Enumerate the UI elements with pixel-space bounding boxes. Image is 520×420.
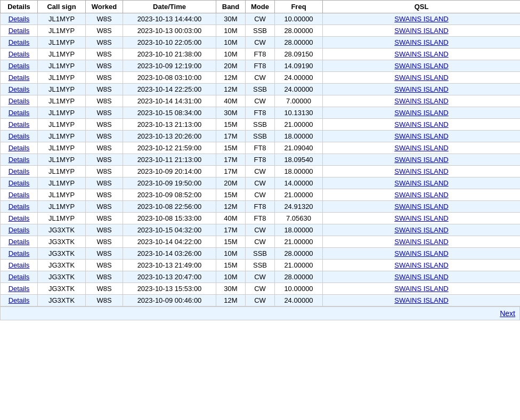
mode-cell: SSB	[246, 84, 275, 95]
details-link[interactable]: Details	[1, 224, 38, 236]
worked-cell: W8S	[86, 49, 123, 60]
details-link[interactable]: Details	[1, 189, 38, 201]
worked-cell: W8S	[86, 107, 123, 119]
details-link[interactable]: Details	[1, 154, 38, 166]
table-row: DetailsJL1MYPW8S2023-10-13 14:44:0030MCW…	[1, 13, 521, 25]
qsl-link[interactable]: SWAINS ISLAND	[323, 260, 521, 271]
qsl-link[interactable]: SWAINS ISLAND	[323, 142, 521, 154]
qsl-link[interactable]: SWAINS ISLAND	[323, 283, 521, 295]
worked-cell: W8S	[86, 154, 123, 166]
mode-cell: CW	[246, 295, 275, 306]
band-cell: 30M	[216, 13, 246, 25]
band-cell: 10M	[216, 37, 246, 49]
qsl-link[interactable]: SWAINS ISLAND	[323, 60, 521, 72]
next-button[interactable]: Next	[500, 309, 515, 318]
datetime-cell: 2023-10-15 04:32:00	[123, 224, 216, 236]
freq-cell: 28.00000	[275, 25, 323, 37]
table-row: DetailsJL1MYPW8S2023-10-14 14:31:0040MCW…	[1, 95, 521, 107]
qsl-link[interactable]: SWAINS ISLAND	[323, 13, 521, 25]
qsl-link[interactable]: SWAINS ISLAND	[323, 84, 521, 95]
callsign-cell: JG3XTK	[38, 224, 86, 236]
details-link[interactable]: Details	[1, 142, 38, 154]
freq-cell: 7.05630	[275, 213, 323, 224]
details-link[interactable]: Details	[1, 49, 38, 60]
datetime-cell: 2023-10-08 03:10:00	[123, 72, 216, 84]
details-link[interactable]: Details	[1, 60, 38, 72]
datetime-cell: 2023-10-14 03:26:00	[123, 248, 216, 260]
table-row: DetailsJL1MYPW8S2023-10-09 12:19:0020MFT…	[1, 60, 521, 72]
worked-cell: W8S	[86, 142, 123, 154]
details-link[interactable]: Details	[1, 95, 38, 107]
band-cell: 30M	[216, 283, 246, 295]
mode-cell: CW	[246, 72, 275, 84]
datetime-cell: 2023-10-14 04:22:00	[123, 236, 216, 248]
details-link[interactable]: Details	[1, 131, 38, 142]
details-link[interactable]: Details	[1, 119, 38, 131]
freq-cell: 21.00000	[275, 236, 323, 248]
details-link[interactable]: Details	[1, 283, 38, 295]
details-link[interactable]: Details	[1, 236, 38, 248]
details-link[interactable]: Details	[1, 107, 38, 119]
table-header-row: Details Call sign Worked Date/Time Band …	[1, 1, 521, 13]
mode-cell: CW	[246, 189, 275, 201]
details-link[interactable]: Details	[1, 13, 38, 25]
details-link[interactable]: Details	[1, 84, 38, 95]
band-cell: 17M	[216, 131, 246, 142]
qsl-link[interactable]: SWAINS ISLAND	[323, 213, 521, 224]
col-header-band: Band	[216, 1, 246, 13]
qsl-link[interactable]: SWAINS ISLAND	[323, 37, 521, 49]
details-link[interactable]: Details	[1, 248, 38, 260]
qsl-link[interactable]: SWAINS ISLAND	[323, 131, 521, 142]
freq-cell: 18.09540	[275, 154, 323, 166]
mode-cell: FT8	[246, 213, 275, 224]
qsl-link[interactable]: SWAINS ISLAND	[323, 271, 521, 283]
details-link[interactable]: Details	[1, 260, 38, 271]
qsl-link[interactable]: SWAINS ISLAND	[323, 224, 521, 236]
qsl-link[interactable]: SWAINS ISLAND	[323, 119, 521, 131]
qsl-link[interactable]: SWAINS ISLAND	[323, 236, 521, 248]
datetime-cell: 2023-10-12 21:59:00	[123, 142, 216, 154]
callsign-cell: JG3XTK	[38, 236, 86, 248]
details-link[interactable]: Details	[1, 177, 38, 189]
qsl-link[interactable]: SWAINS ISLAND	[323, 166, 521, 177]
qsl-link[interactable]: SWAINS ISLAND	[323, 177, 521, 189]
qsl-link[interactable]: SWAINS ISLAND	[323, 107, 521, 119]
band-cell: 10M	[216, 248, 246, 260]
callsign-cell: JL1MYP	[38, 25, 86, 37]
qsl-link[interactable]: SWAINS ISLAND	[323, 189, 521, 201]
callsign-cell: JL1MYP	[38, 177, 86, 189]
datetime-cell: 2023-10-08 15:33:00	[123, 213, 216, 224]
details-link[interactable]: Details	[1, 37, 38, 49]
qsl-link[interactable]: SWAINS ISLAND	[323, 95, 521, 107]
qsl-link[interactable]: SWAINS ISLAND	[323, 295, 521, 306]
datetime-cell: 2023-10-09 00:46:00	[123, 295, 216, 306]
details-link[interactable]: Details	[1, 166, 38, 177]
qsl-link[interactable]: SWAINS ISLAND	[323, 49, 521, 60]
col-header-datetime: Date/Time	[123, 1, 216, 13]
mode-cell: FT8	[246, 49, 275, 60]
col-header-callsign: Call sign	[38, 1, 86, 13]
main-container: Details Call sign Worked Date/Time Band …	[0, 0, 520, 320]
band-cell: 12M	[216, 84, 246, 95]
callsign-cell: JG3XTK	[38, 260, 86, 271]
details-link[interactable]: Details	[1, 201, 38, 213]
band-cell: 20M	[216, 60, 246, 72]
qsl-link[interactable]: SWAINS ISLAND	[323, 72, 521, 84]
details-link[interactable]: Details	[1, 213, 38, 224]
table-row: DetailsJL1MYPW8S2023-10-09 08:52:0015MCW…	[1, 189, 521, 201]
qsl-link[interactable]: SWAINS ISLAND	[323, 154, 521, 166]
details-link[interactable]: Details	[1, 271, 38, 283]
col-header-mode: Mode	[246, 1, 275, 13]
qsl-link[interactable]: SWAINS ISLAND	[323, 201, 521, 213]
details-link[interactable]: Details	[1, 25, 38, 37]
mode-cell: SSB	[246, 119, 275, 131]
callsign-cell: JL1MYP	[38, 107, 86, 119]
datetime-cell: 2023-10-13 15:53:00	[123, 283, 216, 295]
callsign-cell: JL1MYP	[38, 60, 86, 72]
band-cell: 15M	[216, 142, 246, 154]
details-link[interactable]: Details	[1, 295, 38, 306]
band-cell: 15M	[216, 260, 246, 271]
details-link[interactable]: Details	[1, 72, 38, 84]
qsl-link[interactable]: SWAINS ISLAND	[323, 248, 521, 260]
qsl-link[interactable]: SWAINS ISLAND	[323, 25, 521, 37]
